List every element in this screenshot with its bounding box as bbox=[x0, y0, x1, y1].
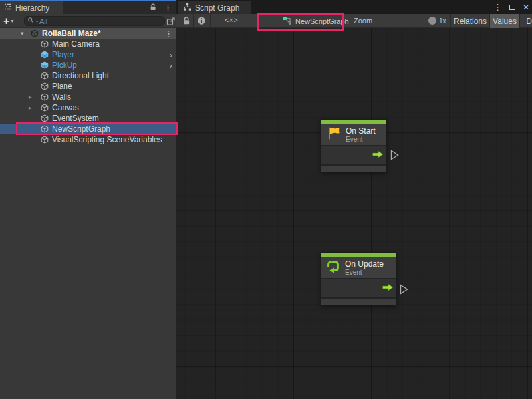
gameobject-cube-icon bbox=[41, 136, 49, 144]
hierarchy-item-label: VisualScripting SceneVariables bbox=[52, 135, 162, 144]
window-menu-icon[interactable]: ⋮ bbox=[493, 3, 502, 11]
hierarchy-item-directional-light[interactable]: Directional Light bbox=[0, 70, 176, 81]
gameobject-cube-icon bbox=[41, 40, 49, 48]
hierarchy-item-label: Directional Light bbox=[52, 71, 109, 80]
search-placeholder: All bbox=[39, 17, 47, 25]
hierarchy-item-walls[interactable]: ▸Walls bbox=[0, 92, 176, 102]
scene-menu-icon[interactable]: ⋮ bbox=[164, 29, 173, 38]
unconnected-port-icon[interactable] bbox=[400, 284, 408, 297]
hierarchy-item-player[interactable]: Player› bbox=[0, 49, 176, 60]
prefab-cube-icon bbox=[41, 51, 49, 59]
values-toggle[interactable]: Values bbox=[490, 14, 519, 28]
plus-icon: + bbox=[3, 16, 9, 27]
hierarchy-search-input[interactable]: ▾ All bbox=[24, 16, 165, 26]
tab-hierarchy[interactable]: Hierarchy bbox=[0, 1, 63, 14]
hierarchy-item-canvas[interactable]: ▸Canvas bbox=[0, 102, 176, 113]
search-icon bbox=[27, 17, 35, 26]
gameobject-cube-icon bbox=[41, 114, 49, 122]
unity-scene-icon bbox=[31, 29, 39, 39]
prefab-open-chevron-icon[interactable]: › bbox=[170, 51, 172, 59]
expander-icon[interactable]: ▸ bbox=[29, 94, 35, 100]
unlock-icon[interactable] bbox=[149, 3, 157, 13]
hierarchy-tree: Main CameraPlayer›PickUp›Directional Lig… bbox=[0, 39, 176, 145]
hierarchy-item-label: NewScriptGraph bbox=[52, 124, 110, 134]
scene-name: RollaBall Maze* bbox=[42, 29, 101, 38]
info-icon[interactable] bbox=[197, 16, 206, 27]
hierarchy-tabstrip: Hierarchy ⋮ bbox=[0, 0, 176, 14]
zoom-value: 1x bbox=[439, 17, 446, 25]
relations-toggle[interactable]: Relations bbox=[451, 14, 489, 28]
node-title: On Start bbox=[346, 126, 376, 136]
node-on-update[interactable]: On Update Event bbox=[321, 252, 397, 305]
script-graph-asset-icon bbox=[283, 16, 292, 27]
gameobject-cube-icon bbox=[41, 82, 49, 90]
prefab-cube-icon bbox=[41, 61, 49, 69]
prefab-open-chevron-icon[interactable]: › bbox=[170, 61, 172, 70]
focus-indicator bbox=[0, 0, 176, 1]
hierarchy-panel: Hierarchy ⋮ + ▾ ▾ All bbox=[0, 0, 176, 399]
output-port-arrow-icon[interactable] bbox=[372, 150, 384, 160]
node-footer bbox=[321, 297, 396, 305]
hierarchy-item-label: Walls bbox=[52, 92, 71, 102]
unity-editor-window: Hierarchy ⋮ + ▾ ▾ All bbox=[0, 0, 532, 399]
close-icon[interactable]: ✕ bbox=[523, 3, 529, 12]
loop-icon bbox=[326, 259, 340, 276]
hierarchy-menu-icon[interactable]: ⋮ bbox=[164, 3, 172, 12]
script-graph-toolbar: <×> NewScriptGraph Zoom 1x Relations Val… bbox=[176, 14, 532, 28]
hierarchy-item-pickup[interactable]: PickUp› bbox=[0, 60, 176, 70]
gameobject-cube-icon bbox=[41, 93, 49, 101]
node-header: On Start Event bbox=[321, 124, 386, 145]
open-search-window-icon[interactable] bbox=[166, 17, 176, 26]
hierarchy-item-visualscripting-scenevariables[interactable]: VisualScripting SceneVariables bbox=[0, 134, 176, 145]
node-header: On Update Event bbox=[321, 257, 396, 278]
hierarchy-item-main-camera[interactable]: Main Camera bbox=[0, 39, 176, 49]
zoom-slider-track[interactable] bbox=[372, 21, 434, 21]
hierarchy-item-label: Canvas bbox=[52, 103, 79, 112]
tab-script-graph[interactable]: Script Graph bbox=[178, 1, 251, 14]
unconnected-port-icon[interactable] bbox=[390, 150, 399, 162]
node-subtitle: Event bbox=[346, 136, 376, 143]
expander-icon[interactable]: ▸ bbox=[29, 104, 35, 111]
node-subtitle: Event bbox=[345, 269, 384, 276]
script-graph-panel: Script Graph ⋮ ✕ <×> NewScriptGr bbox=[176, 0, 532, 399]
maximize-icon[interactable] bbox=[509, 5, 515, 10]
gameobject-cube-icon bbox=[41, 125, 49, 133]
zoom-label: Zoom bbox=[354, 17, 372, 25]
graph-name-label: NewScriptGraph bbox=[295, 17, 349, 25]
hierarchy-item-plane[interactable]: Plane bbox=[0, 81, 176, 92]
scene-expander-icon[interactable]: ▾ bbox=[21, 30, 24, 37]
lock-icon[interactable] bbox=[182, 16, 191, 27]
hierarchy-item-label: PickUp bbox=[52, 61, 77, 70]
node-body bbox=[321, 278, 396, 297]
graph-name-button[interactable]: NewScriptGraph bbox=[283, 14, 349, 28]
hierarchy-item-label: Plane bbox=[52, 82, 72, 91]
tab-script-graph-label: Script Graph bbox=[195, 3, 239, 13]
node-footer bbox=[321, 164, 386, 172]
gameobject-cube-icon bbox=[41, 72, 49, 80]
hierarchy-toolbar: + ▾ ▾ All bbox=[0, 14, 176, 28]
zoom-slider-handle[interactable] bbox=[428, 17, 436, 25]
flag-icon bbox=[326, 126, 341, 143]
node-title: On Update bbox=[345, 259, 384, 269]
graph-canvas[interactable]: On Start Event bbox=[176, 28, 532, 399]
output-port-arrow-icon[interactable] bbox=[382, 283, 394, 293]
search-filter-caret-icon: ▾ bbox=[36, 19, 38, 23]
hierarchy-item-newscriptgraph[interactable]: NewScriptGraph bbox=[0, 124, 176, 134]
scene-header-row[interactable]: ▾ RollaBall Maze* ⋮ bbox=[0, 28, 176, 39]
node-on-start[interactable]: On Start Event bbox=[321, 119, 387, 172]
dim-toggle[interactable]: Dim bbox=[520, 14, 532, 28]
caret-down-icon: ▾ bbox=[11, 18, 13, 24]
script-graph-tabstrip: Script Graph ⋮ ✕ bbox=[176, 0, 532, 14]
tab-hierarchy-label: Hierarchy bbox=[15, 3, 49, 13]
graph-icon bbox=[183, 3, 192, 13]
hierarchy-icon bbox=[4, 3, 12, 13]
hierarchy-item-label: Main Camera bbox=[52, 39, 100, 49]
gameobject-cube-icon bbox=[41, 104, 49, 112]
hierarchy-item-label: EventSystem bbox=[52, 114, 99, 123]
node-body bbox=[321, 145, 386, 164]
hierarchy-item-eventsystem[interactable]: EventSystem bbox=[0, 113, 176, 124]
blackboard-variables-icon[interactable]: <×> bbox=[225, 17, 239, 24]
hierarchy-item-label: Player bbox=[52, 50, 74, 59]
create-object-button[interactable]: + ▾ bbox=[3, 14, 13, 28]
